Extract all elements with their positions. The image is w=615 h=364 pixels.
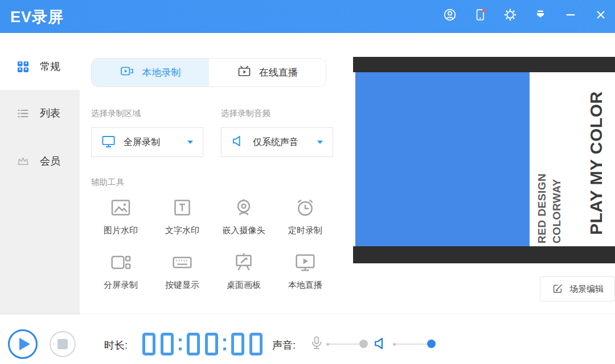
- region-select-value: 全屏录制: [124, 136, 160, 148]
- start-record-button[interactable]: [8, 329, 38, 359]
- tab-local-record[interactable]: 本地录制: [92, 59, 209, 86]
- monitor-icon: [101, 134, 116, 151]
- split-screen-icon: [109, 250, 133, 274]
- sidebar-item-label: 列表: [40, 106, 60, 120]
- sidebar-item-vip[interactable]: 会员: [0, 147, 80, 175]
- sidebar-item-label: 会员: [40, 154, 60, 168]
- app-window: EV录屏: [0, 0, 615, 364]
- preview-color-swatch: [355, 72, 530, 246]
- chevron-down-icon: [187, 140, 194, 144]
- tool-split-screen-record[interactable]: 分屏录制: [90, 250, 151, 296]
- scene-edit-label: 场景编辑: [569, 284, 604, 295]
- crown-icon: [15, 154, 30, 168]
- stop-record-button[interactable]: [50, 331, 76, 357]
- tools-section-title: 辅助工具: [91, 177, 124, 188]
- mic-volume-knob[interactable]: [359, 340, 368, 348]
- list-icon: [15, 106, 30, 121]
- tool-desktop-whiteboard[interactable]: 桌面画板: [213, 250, 274, 296]
- audio-select-value: 仅系统声音: [253, 136, 298, 148]
- tab-label: 本地录制: [142, 66, 181, 79]
- preview-letterbox-top: [353, 57, 615, 72]
- tool-label: 定时录制: [288, 225, 322, 236]
- sidebar-item-general[interactable]: 常规: [0, 53, 80, 80]
- tab-label: 在线直播: [259, 66, 298, 79]
- mobile-device-icon[interactable]: [473, 7, 487, 22]
- speaker-volume-icon: [372, 336, 388, 351]
- audio-select-label: 选择录制音频: [221, 108, 270, 119]
- alarm-clock-icon: [293, 196, 317, 220]
- microphone-icon: [308, 334, 325, 351]
- close-icon[interactable]: [593, 7, 608, 22]
- preview-subtext-line2: COLORWAY: [550, 158, 564, 243]
- preview-letterbox-bottom: [353, 246, 615, 263]
- easel-whiteboard-icon: [232, 250, 256, 274]
- chevron-down-icon: [317, 140, 323, 144]
- speaker-icon: [231, 134, 245, 151]
- tool-label: 桌面画板: [227, 280, 261, 291]
- minimize-icon[interactable]: [563, 7, 578, 22]
- scene-preview[interactable]: RED DESIGN COLORWAY PLAY MY COLOR: [353, 57, 615, 263]
- tool-local-live[interactable]: 本地直播: [274, 250, 336, 296]
- tool-label: 图片水印: [104, 225, 138, 236]
- tool-text-watermark[interactable]: 文字水印: [151, 196, 213, 241]
- sidebar: 常规 列表 会员: [0, 33, 80, 315]
- slider-track-start: [393, 343, 396, 346]
- tool-label: 分屏录制: [104, 280, 138, 291]
- preview-subtext-line1: RED DESIGN: [535, 158, 550, 243]
- record-mode-tabs: 本地录制 在线直播: [91, 58, 326, 87]
- stop-icon: [58, 339, 68, 349]
- sidebar-item-list[interactable]: 列表: [0, 100, 80, 127]
- webcam-icon: [232, 196, 256, 220]
- image-watermark-icon: [109, 196, 133, 220]
- slider-track-start: [326, 343, 329, 346]
- tool-label: 本地直播: [288, 280, 322, 291]
- titlebar-icons: [442, 6, 608, 24]
- play-icon: [19, 338, 30, 350]
- tool-scheduled-record[interactable]: 定时录制: [274, 196, 336, 241]
- scene-edit-button[interactable]: 场景编辑: [540, 276, 615, 301]
- mic-volume-slider[interactable]: [327, 344, 364, 345]
- tool-embed-camera[interactable]: 嵌入摄像头: [213, 196, 274, 241]
- audio-select-dropdown[interactable]: 仅系统声音: [221, 127, 333, 157]
- monitor-play-icon: [293, 250, 317, 274]
- tool-image-watermark[interactable]: 图片水印: [90, 196, 151, 241]
- settings-gear-icon[interactable]: [503, 7, 518, 22]
- tool-keystroke-display[interactable]: 按键显示: [151, 250, 213, 296]
- keyboard-icon: [170, 250, 194, 274]
- preview-headline: PLAY MY COLOR: [587, 98, 607, 235]
- tool-label: 按键显示: [165, 280, 199, 291]
- preview-subtext: RED DESIGN COLORWAY: [535, 158, 564, 243]
- minimize-to-tray-icon[interactable]: [533, 7, 548, 22]
- speaker-volume-knob[interactable]: [427, 340, 436, 348]
- title-bar: EV录屏: [0, 0, 615, 33]
- duration-label: 时长:: [104, 338, 128, 352]
- duration-clock: [142, 332, 263, 357]
- footer-bar: [0, 315, 615, 364]
- region-select-dropdown[interactable]: 全屏录制: [91, 127, 203, 157]
- video-camera-icon: [120, 64, 134, 81]
- tv-live-icon: [237, 64, 252, 81]
- tool-label: 文字水印: [165, 225, 199, 236]
- speaker-volume-slider[interactable]: [394, 344, 432, 345]
- tab-online-live[interactable]: 在线直播: [209, 59, 326, 86]
- grid-icon: [15, 59, 30, 74]
- edit-pencil-icon: [551, 282, 564, 296]
- sidebar-item-label: 常规: [40, 60, 60, 73]
- user-account-icon[interactable]: [442, 7, 457, 22]
- text-watermark-icon: [170, 196, 194, 220]
- sound-label: 声音:: [272, 338, 296, 352]
- tools-grid: 图片水印 文字水印 嵌入摄像头: [90, 196, 336, 296]
- app-logo: EV录屏: [10, 7, 64, 27]
- region-select-label: 选择录制区域: [91, 108, 141, 119]
- tool-label: 嵌入摄像头: [223, 225, 265, 236]
